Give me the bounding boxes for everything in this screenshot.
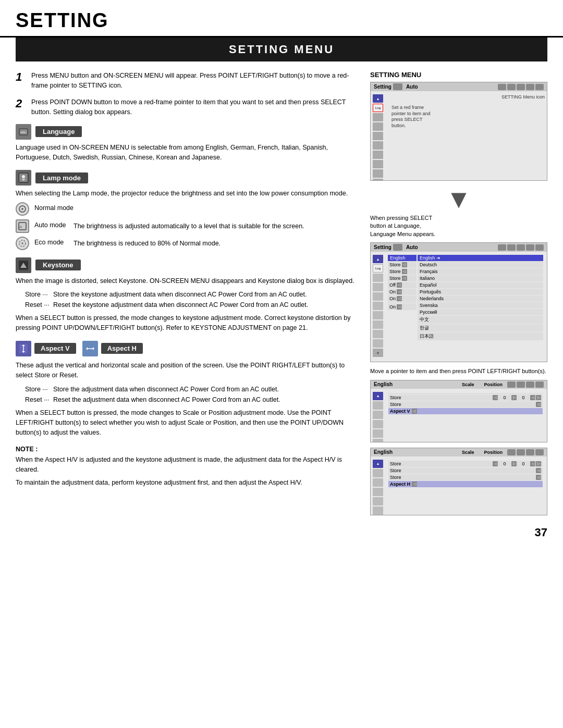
sp-arrows-pos1: ◁ ▷ (530, 395, 541, 400)
sp-arrow-pos-r1[interactable]: ▷ (536, 395, 541, 400)
sp-arrow-pos-l1[interactable]: ◁ (530, 395, 535, 400)
lang-item-english[interactable]: English ➔ (418, 255, 543, 261)
lang-item-espanol[interactable]: Español (418, 282, 543, 288)
lamp-mode-title: Lamp mode (35, 172, 88, 183)
sp4-arrow-ah-l[interactable]: ◁ (412, 482, 417, 487)
step-1-number: 1 (16, 71, 26, 91)
left-column: 1 Press MENU button and ON-SCREEN MENU w… (16, 71, 370, 521)
sp4-arrow-right-1[interactable]: ▷ (511, 461, 517, 466)
lang-item-japanese[interactable]: 日本語 (418, 332, 543, 340)
panel4-position-label: Position (484, 450, 503, 455)
lang-arrow-5: ◁ (397, 289, 402, 294)
panel3-item-2 (373, 411, 383, 419)
panel2-item-5 (373, 302, 383, 310)
keystone-block: Keystone When the image is distorted, se… (16, 257, 359, 334)
keystone-reset-item: Reset ··· Reset the keystone adjustment … (25, 300, 359, 310)
sp4-val-pos-1: 0 (518, 461, 529, 466)
keystone-header: Keystone (16, 257, 359, 273)
lang-store-row-2: Store ◁ (388, 268, 417, 275)
panel4-item-2 (373, 478, 383, 487)
keystone-store-reset: Store ··· Store the keystone adjustment … (25, 289, 359, 310)
aspect-h-btn[interactable]: Aspect H (82, 341, 143, 356)
sp-val-1: 0 (499, 395, 510, 400)
aspect-h-icon (82, 341, 98, 356)
lang-arrow-6: ◁ (397, 296, 402, 301)
sp-arrow-right-1[interactable]: ▷ (511, 395, 517, 400)
setting-menu-label: SETTING MENU (370, 71, 547, 79)
lamp-mode-icon (16, 170, 31, 186)
sp4-arrow-left-3[interactable]: ◁ (536, 475, 541, 480)
auto-mode-icon: A (16, 219, 29, 233)
sp-row-store1: Store ◁ 0 ▷ 0 ◁ ▷ (388, 394, 543, 401)
panel4-icons (507, 449, 544, 455)
panel2-item-9 (373, 339, 383, 348)
sp4-arrows-ah: ◁ (412, 482, 417, 487)
lang-item-italiano[interactable]: Italiano (418, 275, 543, 281)
panel1-item-6 (373, 151, 383, 159)
sp-arrow-left-1[interactable]: ◁ (493, 395, 498, 400)
panel3-rows: Store ◁ 0 ▷ 0 ◁ ▷ (386, 392, 545, 442)
svg-text:ABC: ABC (20, 131, 27, 134)
panel2-lang-area: English Store ◁ Store ◁ S (386, 255, 545, 357)
panel1-sidebar: ▲ Lng ▼ (373, 94, 384, 181)
keystone-desc: When the image is distorted, select Keys… (16, 276, 359, 286)
screen-panel-2: Setting Auto ▲ Lng (370, 242, 547, 362)
language-icon: ABC (16, 124, 31, 140)
eco-mode-label: Eco mode (34, 237, 68, 246)
lang-item-nederlands[interactable]: Nederlands (418, 295, 543, 302)
svg-rect-7 (22, 180, 25, 181)
lang-store-row-3: Store ◁ (388, 275, 417, 281)
sp4-arrows-r1: ▷ (511, 461, 517, 466)
sp4-arrow-left-1[interactable]: ◁ (493, 461, 498, 466)
auto-mode-row: A Auto mode The brightness is adjusted a… (16, 219, 359, 233)
lang-item-francais[interactable]: Français (418, 268, 543, 275)
lang-item-svenska[interactable]: Svenska (418, 302, 543, 309)
sp4-arrows-3: ◁ (536, 475, 541, 480)
note-title: NOTE : (16, 446, 359, 453)
lang-col-wrap: English Store ◁ Store ◁ S (388, 255, 543, 341)
sp-row-1 (388, 393, 543, 394)
lang-arrow-4: ◁ (397, 282, 402, 288)
panel2-item-lang: Lng (373, 264, 383, 273)
step-2-text: Press POINT DOWN button to move a red-fr… (31, 97, 359, 118)
screen-panel-3: English Scale Position ▲ (370, 380, 547, 442)
panel1-toolbar: Setting Auto (371, 82, 547, 91)
screen-panel-1: Setting Auto ▲ Ln (370, 82, 547, 181)
panel3-sidebar: ▲ (373, 392, 384, 442)
aspect-v-btn[interactable]: Aspect V (16, 341, 76, 356)
panel1-callout1: Set a red framepointer to item andpress … (391, 105, 431, 129)
step-1: 1 Press MENU button and ON-SCREEN MENU w… (16, 71, 359, 91)
lang-store-row-4: Off ◁ (388, 282, 417, 288)
lang-item-deutsch[interactable]: Deutsch (418, 262, 543, 268)
section-title: SETTING MENU (16, 43, 547, 56)
panel2-item-7 (373, 320, 383, 329)
lang-store-row-7 (388, 302, 417, 303)
panel2-item-2 (373, 274, 383, 282)
sp4-arrow-pos-l1[interactable]: ◁ (530, 461, 535, 466)
lang-store-row-6: On ◁ (388, 295, 417, 302)
sp-arrow-av-l[interactable]: ◁ (412, 409, 417, 414)
panel2-toolbar: Setting Auto (371, 243, 547, 252)
panel3-lang: English (374, 381, 393, 387)
panel1-item-4 (373, 132, 383, 140)
lang-item-chinese[interactable]: 中文 (418, 316, 543, 324)
sp4-store-2: Store (390, 468, 534, 473)
panel3-toolbar: English Scale Position (371, 380, 547, 389)
language-title: Language (35, 126, 82, 137)
aspect-store-reset: Store ··· Store the adjustment data when… (25, 384, 359, 405)
sp4-row-aspecth: Aspect H ◁ (388, 481, 543, 487)
lang-item-russian[interactable]: Русский (418, 309, 543, 315)
panel1-item-9 (373, 179, 383, 181)
lang-item-korean[interactable]: 한글 (418, 324, 543, 332)
panel1-toolbar-icons (498, 84, 544, 90)
lang-item-portugues[interactable]: Português (418, 289, 543, 295)
caption-move-pointer: Move a pointer to item and then press PO… (370, 367, 547, 375)
page-number-area: 37 (0, 521, 563, 545)
lang-item-english-left[interactable]: English (388, 255, 417, 261)
sp4-arrow-pos-r1[interactable]: ▷ (536, 461, 541, 466)
panel1-item-lang: Lng (373, 104, 383, 112)
aspect-h-label: Aspect H (101, 343, 143, 354)
sp4-arrow-left-2[interactable]: ◁ (536, 468, 541, 473)
aspect-reset-item: Reset ··· Reset the adjustment data when… (25, 394, 359, 405)
sp-arrow-left-2[interactable]: ◁ (536, 402, 541, 407)
